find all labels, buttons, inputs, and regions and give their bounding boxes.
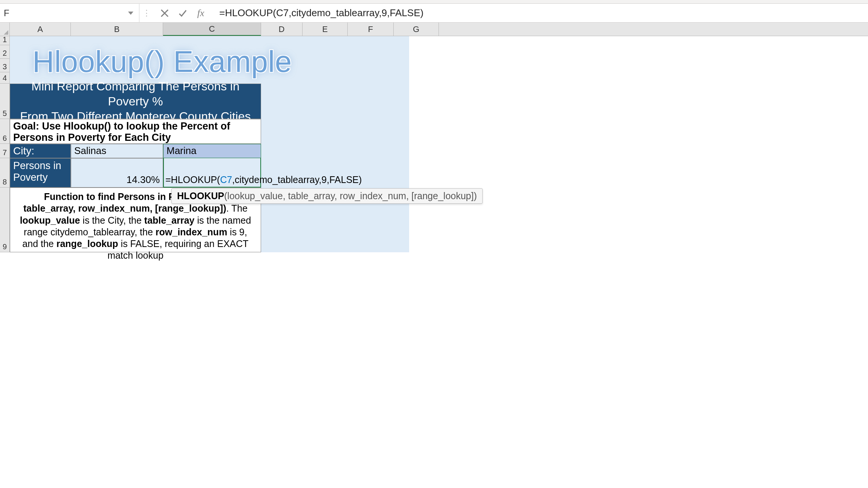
formula-prefix: =HLO [165,174,190,185]
page-title: Hlookup() Example [32,44,292,79]
col-header-c[interactable]: C [163,23,261,36]
cell-c8-editing[interactable]: =HLOOKUP(C7,citydemo_tablearray,9,FALSE) [163,158,261,188]
function-tooltip[interactable]: HLOOKUP(lookup_value, table_array, row_i… [171,188,483,204]
row-header-8[interactable]: 8 [0,158,10,188]
explain-p2j: is FALSE, requiring an EXACT match looku… [107,238,248,261]
select-all-triangle[interactable] [0,23,10,36]
formula-suffix: ,citydemo_tablearray,9,FALSE) [232,174,362,185]
city-row: City: Salinas Marina [10,144,261,158]
explain-p2g: row_index_num [156,227,227,237]
explain-p2b: . The [226,203,248,214]
cell-b8[interactable]: 14.30% [71,158,163,188]
insert-function-button[interactable]: fx [192,6,209,21]
row-header-7[interactable]: 7 [0,144,10,158]
col-header-g[interactable]: G [394,23,439,36]
enter-button[interactable] [174,6,191,21]
name-box[interactable]: F [2,6,125,20]
row-header-3[interactable]: 3 [0,59,10,72]
cancel-button[interactable] [156,6,173,21]
goal-text: Goal: Use Hlookup() to lookup the Percen… [10,119,261,144]
name-box-area: F [0,4,139,22]
spreadsheet-grid: A B C D E F G 1 2 3 4 5 6 7 8 9 Hlookup(… [0,23,868,252]
cell-b7[interactable]: Salinas [71,144,163,158]
row-header-4[interactable]: 4 [0,72,10,84]
cells-area[interactable]: Hlookup() Example Mini Report Comparing … [10,36,868,252]
row-header-1[interactable]: 1 [0,36,10,45]
col-header-b[interactable]: B [71,23,163,36]
city-label: City: [10,144,71,158]
ribbon-fragment [0,0,868,4]
col-header-d[interactable]: D [261,23,303,36]
formula-bar-buttons: fx [154,4,212,22]
poverty-row: Persons in Poverty 14.30% =HLOOKUP(C7,ci… [10,158,261,188]
explain-p2i: range_lookup [57,238,118,249]
formula-ref-c7: C7 [220,174,232,185]
poverty-label: Persons in Poverty [10,158,71,188]
formula-after-caret: OKUP( [190,174,220,185]
cell-c7[interactable]: Marina [163,144,261,158]
tooltip-fn-sig: (lookup_value, table_array, row_index_nu… [224,191,477,201]
report-header-line1: Mini Report Comparing The Persons in Pov… [10,79,261,109]
col-header-e[interactable]: E [303,23,348,36]
col-header-a[interactable]: A [10,23,71,36]
formula-bar-row: F ⋮ fx =HLOOKUP(C7,citydemo_tablearray,9… [0,4,868,23]
row-header-5[interactable]: 5 [0,84,10,119]
column-headers: A B C D E F G [0,23,868,36]
row-header-2[interactable]: 2 [0,45,10,59]
explain-p2d: is the City, the [80,215,144,226]
explain-p2e: table_array [144,215,194,226]
name-box-dropdown[interactable] [125,8,136,18]
report-header: Mini Report Comparing The Persons in Pov… [10,84,261,119]
col-header-f[interactable]: F [348,23,394,36]
row-headers: 1 2 3 4 5 6 7 8 9 [0,36,10,252]
row-header-9[interactable]: 9 [0,188,10,252]
vertical-divider: ⋮ [139,4,154,22]
formula-bar-input[interactable]: =HLOOKUP(C7,citydemo_tablearray,9,FALSE) [212,4,868,22]
explain-p2a: table_array, row_index_num, [range_looku… [23,203,226,214]
row-header-6[interactable]: 6 [0,119,10,144]
tooltip-fn-name: HLOOKUP [177,191,224,201]
explain-p2c: lookup_value [20,215,80,226]
fx-icon: fx [197,8,205,19]
